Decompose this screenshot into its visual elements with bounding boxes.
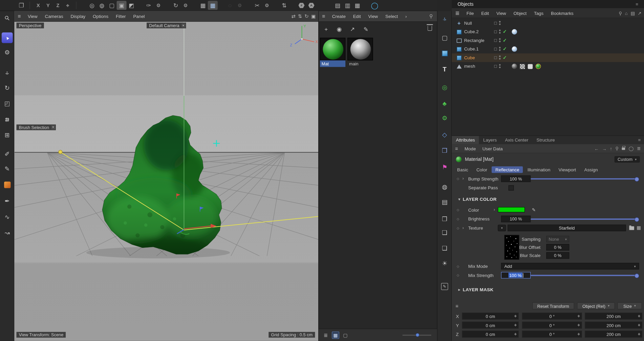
orbit-view-icon[interactable]: ↻ <box>305 14 309 19</box>
uvw-tag-icon[interactable] <box>520 64 525 69</box>
expand-icon[interactable]: › <box>463 176 464 180</box>
interactive-render-icon[interactable]: ◯ <box>370 1 380 10</box>
list-view-icon[interactable]: ≣ <box>322 331 329 339</box>
material-swatch-mat[interactable] <box>320 38 345 61</box>
material-search-icon[interactable]: ⚲ <box>429 13 437 19</box>
modeling-cube-outline-icon[interactable]: ▢ <box>107 1 116 10</box>
layer-box[interactable] <box>494 56 497 59</box>
tab-attributes[interactable]: Attributes <box>452 136 479 144</box>
attr-search-icon[interactable]: ⚲ <box>616 146 619 151</box>
tab-axis-center[interactable]: Axis Center <box>501 136 532 144</box>
enabled-check-icon[interactable]: ✓ <box>503 55 507 60</box>
visibility-dots[interactable] <box>499 21 501 26</box>
bevel-tool-icon[interactable] <box>2 179 13 190</box>
grid-snap-icon[interactable]: ▦ <box>198 1 208 10</box>
workplane-icon[interactable]: ⌖ <box>63 1 73 10</box>
modeling-cube-corner-icon[interactable]: ◩ <box>127 1 136 10</box>
reset-transform-button[interactable]: Reset Transform <box>532 302 574 310</box>
layer-box[interactable] <box>494 65 497 68</box>
snap-tool-icon[interactable]: ✑ <box>144 1 154 10</box>
visibility-dots[interactable] <box>499 29 501 35</box>
tab-structure[interactable]: Structure <box>532 136 559 144</box>
z-position-field[interactable]: 0 cm <box>462 331 519 338</box>
object-row-mesh[interactable]: mesh <box>452 62 644 70</box>
slider-knob[interactable] <box>416 333 420 337</box>
enabled-check-icon[interactable]: ✓ <box>503 46 507 52</box>
layer-box[interactable] <box>494 30 497 33</box>
material-ball-icon[interactable]: ◉ <box>334 24 344 34</box>
rotate-tool-icon[interactable]: ↻ <box>2 83 13 93</box>
material-name-mat[interactable]: Mat <box>320 60 345 67</box>
swap-updown-icon[interactable]: ⇅ <box>279 1 289 10</box>
mode-menu[interactable]: Mode <box>461 146 479 151</box>
menu-overflow-icon[interactable]: › <box>402 11 410 22</box>
tab-color[interactable]: Color <box>473 166 491 173</box>
timeline-icon[interactable]: ▤ <box>439 197 450 208</box>
parent-up-icon[interactable]: ↑ <box>610 146 612 151</box>
material-menu-icon[interactable]: ≡ <box>319 13 328 19</box>
generator-mode-icon[interactable]: ⚙ <box>439 113 450 124</box>
light-st-icon[interactable]: ☀ <box>439 258 450 269</box>
color-swatch[interactable] <box>498 207 525 212</box>
live-selection-tool-icon[interactable]: ▲ <box>2 33 13 43</box>
perspective-label[interactable]: Perspective <box>17 23 44 28</box>
globe-st-icon[interactable]: ◍ <box>439 182 450 192</box>
bump-strength-field[interactable]: 100 % <box>501 175 531 182</box>
separate-pass-checkbox[interactable] <box>509 185 514 191</box>
pan-view-icon[interactable]: ⇄ <box>292 14 296 19</box>
model-mode-icon[interactable] <box>439 48 450 59</box>
add-material-button[interactable]: + <box>321 24 331 34</box>
modeling-capsule-icon[interactable]: ◍ <box>97 1 107 10</box>
texture-mode-icon[interactable]: T <box>439 64 450 74</box>
dolly-view-icon[interactable]: ⇅ <box>298 14 302 19</box>
split-tool-icon[interactable]: ✂ <box>252 1 262 10</box>
history-back-icon[interactable]: ← <box>594 146 599 151</box>
pick-material-icon[interactable]: ✐ <box>361 24 370 34</box>
hex-annotate-icon[interactable]: A <box>306 1 316 10</box>
stack-st-icon[interactable]: ❐ <box>439 214 450 225</box>
magnet-tool-icon[interactable]: ∿ <box>2 212 13 222</box>
move-tool-icon[interactable]: ↔↕ <box>2 67 13 78</box>
folder-icon[interactable] <box>629 226 634 230</box>
grid-snap-active-icon[interactable]: ▦ <box>208 1 218 10</box>
objects-search-icon[interactable]: ⚲ <box>619 10 622 16</box>
objects-panel-icon[interactable]: ▤ <box>630 10 635 16</box>
menu-filter[interactable]: Filter <box>112 11 129 22</box>
z-axis-lock-icon[interactable]: Z <box>53 1 63 10</box>
detail-view-icon[interactable]: ▢ <box>342 331 349 339</box>
tab-viewport[interactable]: Viewport <box>555 166 580 173</box>
bump-strength-slider[interactable] <box>531 178 637 179</box>
flag-mode-icon[interactable]: ⚑ <box>439 162 450 173</box>
texture-grid-icon[interactable]: ▦ <box>637 225 641 231</box>
layer-color-section[interactable]: ▾ LAYER COLOR <box>458 197 497 202</box>
modeling-cube-solid-icon[interactable]: ▣ <box>116 1 126 10</box>
trash-icon[interactable] <box>428 26 432 31</box>
annotate-icon[interactable]: ✎ <box>439 281 450 292</box>
z-size-field[interactable]: 200 cm <box>585 331 642 338</box>
mix-mode-dropdown[interactable]: Add▾ <box>501 263 639 269</box>
render-view-icon[interactable]: ▤ <box>333 1 343 10</box>
attributes-panel-menu-icon[interactable]: ≡ <box>638 137 644 143</box>
enabled-check-icon[interactable]: ✓ <box>503 37 507 43</box>
camera-dropdown[interactable]: Default Camera▾ <box>147 23 186 28</box>
tab-layers[interactable]: Layers <box>479 136 501 144</box>
layer-box[interactable] <box>494 22 497 24</box>
x-rotation-field[interactable]: 0 ° <box>522 313 582 320</box>
grid-view-icon[interactable]: ▦ <box>332 331 339 339</box>
visibility-dots[interactable] <box>499 64 501 69</box>
texture-name-bar[interactable]: Starfield <box>508 225 626 231</box>
attr-list-icon[interactable]: ≣ <box>637 146 641 151</box>
panel-menu-icon[interactable]: ≡ <box>636 2 638 7</box>
sync-circle-icon[interactable]: ◯ <box>628 146 634 151</box>
menu-bookmarks[interactable]: Bookmarks <box>547 7 577 18</box>
phong-tag-icon[interactable] <box>512 29 517 35</box>
tab-basic[interactable]: Basic <box>453 166 472 173</box>
y-size-field[interactable]: 200 cm <box>585 322 642 329</box>
menu-object[interactable]: Object <box>510 7 530 18</box>
scale-tool-icon[interactable]: ◰ <box>2 98 13 109</box>
spline-pen-tool-icon[interactable]: ↝ <box>2 228 13 238</box>
sampling-dropdown[interactable]: None▾ <box>546 236 569 242</box>
blur-scale-field[interactable]: 0 % <box>546 252 569 259</box>
history-fwd-icon[interactable]: → <box>602 146 606 151</box>
object-row-cube-selected[interactable]: Cube ✓ <box>452 54 644 62</box>
